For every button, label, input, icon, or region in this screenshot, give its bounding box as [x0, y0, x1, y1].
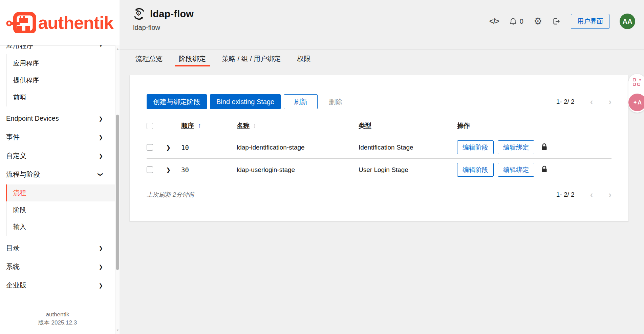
- sidebar-item-events[interactable]: 事件 ❯: [0, 128, 115, 146]
- column-header-order[interactable]: 顺序↑: [181, 116, 237, 136]
- edit-binding-button[interactable]: 编辑绑定: [498, 140, 534, 154]
- sort-asc-icon: ↑: [198, 122, 201, 129]
- table-row: ❯ 30 ldap-userlogin-stage User Login Sta…: [147, 159, 611, 181]
- chevron-right-icon: ❯: [99, 245, 103, 251]
- notification-count: 0: [520, 18, 523, 25]
- tab-flow-overview[interactable]: 流程总览: [135, 50, 163, 68]
- cell-type: Identification Stage: [359, 136, 457, 159]
- api-code-icon[interactable]: </>: [489, 17, 499, 26]
- tab-permissions[interactable]: 权限: [296, 50, 311, 68]
- cell-name: ldap-identification-stage: [237, 136, 359, 159]
- cell-type: User Login Stage: [359, 159, 457, 181]
- sort-icon: ↕: [253, 122, 256, 129]
- pagination-prev-icon[interactable]: ‹: [590, 190, 593, 199]
- edit-stage-button[interactable]: 编辑阶段: [457, 163, 494, 177]
- chevron-down-icon: ▼: [99, 45, 103, 48]
- extension-collect-button[interactable]: ✦: [628, 74, 644, 92]
- settings-gear-icon[interactable]: ⚙: [534, 17, 542, 26]
- pagination-top: 1- 2/ 2 ‹ ›: [556, 97, 611, 106]
- pagination-prev-icon[interactable]: ‹: [590, 97, 593, 106]
- create-bind-stage-button[interactable]: 创建与绑定阶段: [147, 94, 207, 109]
- tab-policy-group-user-bindings[interactable]: 策略 / 组 / 用户绑定: [221, 50, 281, 68]
- scroll-up-arrow-icon[interactable]: ▲: [115, 47, 120, 51]
- expand-row-icon[interactable]: ❯: [166, 167, 171, 173]
- sidebar-group-flows-stages[interactable]: 流程与阶段 ❯: [0, 165, 115, 184]
- pagination-next-icon[interactable]: ›: [608, 97, 611, 106]
- sidebar-nav: 应用程序 ▼ 应用程序 提供程序 前哨 Endpoint Devices ❯ 事…: [0, 45, 115, 310]
- sidebar-item-prompts[interactable]: 输入: [6, 218, 115, 235]
- chevron-right-icon: ❯: [99, 116, 103, 121]
- refresh-button[interactable]: 刷新: [284, 94, 318, 109]
- main-area: ⚙ ldap-flow ldap-flow </> 0 ⚙: [120, 0, 644, 334]
- tab-bar: 流程总览 阶段绑定 策略 / 组 / 用户绑定 权限: [120, 50, 644, 68]
- scrollbar-thumb[interactable]: [116, 115, 119, 270]
- chevron-right-icon: ❯: [99, 135, 103, 140]
- delete-button-disabled[interactable]: 删除: [321, 94, 350, 109]
- brand-wordmark: authentik: [38, 14, 113, 32]
- lock-icon: [541, 165, 548, 175]
- table-row: ❯ 10 ldap-identification-stage Identific…: [147, 136, 611, 159]
- flow-process-icon: ⚙: [133, 8, 145, 20]
- expand-row-icon[interactable]: ❯: [166, 144, 171, 151]
- pagination-label: 1- 2/ 2: [556, 98, 575, 105]
- sidebar-item-enterprise[interactable]: 企业版 ❯: [0, 276, 115, 295]
- table-footer: 上次刷新 2分钟前 1- 2/ 2 ‹ ›: [147, 190, 611, 199]
- pagination-next-icon[interactable]: ›: [608, 190, 611, 199]
- flows-subnav: 流程 阶段 输入: [6, 184, 115, 236]
- pagination-bottom: 1- 2/ 2 ‹ ›: [556, 190, 611, 199]
- sidebar-item-applications[interactable]: 应用程序: [6, 55, 115, 72]
- sidebar-item-endpoint-devices[interactable]: Endpoint Devices ❯: [0, 109, 115, 128]
- user-interface-button[interactable]: 用户界面: [571, 14, 609, 29]
- translate-icon: ✦A: [633, 99, 642, 106]
- sidebar-item-directory[interactable]: 目录 ❯: [0, 239, 115, 257]
- sidebar-item-outposts[interactable]: 前哨: [6, 89, 115, 106]
- lock-icon: [541, 143, 548, 152]
- header-actions: </> 0 ⚙ 用户界面 AA: [489, 14, 635, 29]
- sidebar-item-system[interactable]: 系统 ❯: [0, 257, 115, 276]
- version-info: authentik 版本 2025.12.3: [0, 311, 115, 327]
- extension-translate-button[interactable]: ✦A: [628, 94, 644, 111]
- user-avatar[interactable]: AA: [620, 14, 635, 29]
- sidebar-item-stages[interactable]: 阶段: [6, 201, 115, 218]
- tab-stage-bindings[interactable]: 阶段绑定: [178, 50, 207, 68]
- page-title: ldap-flow: [150, 8, 194, 20]
- select-all-checkbox[interactable]: [147, 123, 153, 129]
- sidebar-item-flows[interactable]: 流程: [6, 184, 115, 201]
- cell-order: 10: [181, 136, 237, 159]
- applications-subnav: 应用程序 提供程序 前哨: [6, 54, 115, 106]
- page-header: ⚙ ldap-flow ldap-flow </> 0 ⚙: [120, 0, 644, 50]
- chevron-down-icon: ❯: [98, 172, 103, 177]
- table-header-row: 顺序↑ 名称↕ 类型 操作: [147, 116, 611, 136]
- column-header-name[interactable]: 名称↕: [237, 116, 359, 136]
- last-refresh-text: 上次刷新 2分钟前: [147, 191, 194, 199]
- row-checkbox[interactable]: [147, 144, 153, 151]
- table-toolbar: 创建与绑定阶段 Bind existing Stage 刷新 删除 1- 2/ …: [147, 94, 611, 109]
- grid-sparkle-icon: ✦: [633, 78, 642, 87]
- edit-binding-button[interactable]: 编辑绑定: [498, 163, 534, 177]
- stage-bindings-table: 顺序↑ 名称↕ 类型 操作 ❯ 10 ldap-identification-s…: [147, 116, 611, 181]
- sidebar-item-providers[interactable]: 提供程序: [6, 72, 115, 89]
- edit-stage-button[interactable]: 编辑阶段: [457, 140, 494, 154]
- row-checkbox[interactable]: [147, 166, 153, 173]
- chevron-right-icon: ❯: [99, 283, 103, 288]
- sidebar-item-customization[interactable]: 自定义 ❯: [0, 146, 115, 165]
- bind-existing-stage-button[interactable]: Bind existing Stage: [210, 94, 281, 109]
- authentik-key-icon: [6, 12, 36, 33]
- sidebar: authentik 应用程序 ▼ 应用程序 提供程序 前哨 Endpoint D…: [0, 0, 120, 334]
- pagination-label: 1- 2/ 2: [556, 191, 575, 198]
- content-area: 创建与绑定阶段 Bind existing Stage 刷新 删除 1- 2/ …: [120, 68, 644, 221]
- cell-name: ldap-userlogin-stage: [237, 159, 359, 181]
- column-header-actions: 操作: [457, 116, 611, 136]
- stage-bindings-card: 创建与绑定阶段 Bind existing Stage 刷新 删除 1- 2/ …: [130, 75, 628, 221]
- cell-order: 30: [181, 159, 237, 181]
- scroll-down-arrow-icon[interactable]: ▼: [115, 329, 120, 332]
- notifications-button[interactable]: 0: [509, 17, 523, 25]
- sign-out-icon[interactable]: [552, 17, 561, 25]
- brand-logo[interactable]: authentik: [0, 0, 120, 45]
- sidebar-scrollbar[interactable]: ▲ ▼: [115, 45, 120, 334]
- chevron-right-icon: ❯: [99, 153, 103, 158]
- bell-icon: [509, 17, 517, 25]
- chevron-right-icon: ❯: [99, 264, 103, 269]
- column-header-type: 类型: [359, 116, 457, 136]
- sidebar-group-applications[interactable]: 应用程序 ▼: [0, 45, 115, 54]
